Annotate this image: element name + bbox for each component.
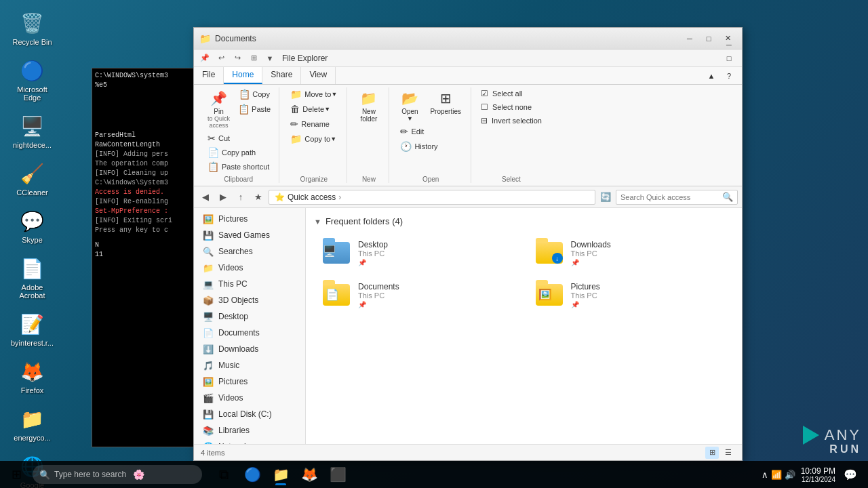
desktop-icon-recycle-bin[interactable]: 🗑️ Recycle Bin — [7, 7, 58, 49]
select-none-button[interactable]: ☐ Select none — [478, 101, 545, 113]
desktop-icon-word[interactable]: 📝 byinterest.r... — [7, 308, 58, 350]
pin-to-quick-button[interactable]: 📌 Pin to Quickaccess — [203, 87, 234, 131]
rename-button[interactable]: ✏ Rename — [286, 117, 341, 131]
delete-button[interactable]: 🗑 Delete ▼ — [286, 102, 341, 116]
edit-button[interactable]: ✏ Edit — [396, 125, 465, 138]
sidebar-item-pictures[interactable]: 🖼️ Pictures — [194, 211, 305, 227]
taskbar-search[interactable]: 🔍 Type here to search 🌸 — [33, 465, 202, 484]
invert-selection-button[interactable]: ⊟ Invert selection — [478, 115, 545, 127]
sidebar-item-downloads[interactable]: ⬇️ Downloads — [194, 341, 305, 357]
taskbar-firefox[interactable]: 🦊 — [296, 464, 323, 485]
network-tray-icon[interactable]: 📶 — [771, 470, 782, 480]
undo-btn[interactable]: ↩ — [214, 52, 228, 65]
taskbar-search-icon: 🔍 — [39, 470, 50, 480]
taskbar-edge[interactable]: 🔵 — [239, 464, 266, 485]
select-all-label: Select all — [492, 89, 523, 98]
taskbar-task-view[interactable]: ⧉ — [210, 464, 237, 485]
sidebar-item-music[interactable]: 🎵 Music — [194, 357, 305, 373]
tab-home[interactable]: Home — [224, 67, 262, 84]
word-icon: 📝 — [19, 310, 46, 338]
maximize-button[interactable]: □ — [700, 32, 717, 45]
sidebar-item-pictures2[interactable]: 🖼️ Pictures — [194, 373, 305, 390]
sidebar-item-videos[interactable]: 📁 Videos — [194, 260, 305, 276]
time-display[interactable]: 10:09 PM 12/13/2024 — [801, 466, 835, 483]
sidebar-item-this-pc[interactable]: 💻 This PC — [194, 276, 305, 292]
tray-expand-icon[interactable]: ∧ — [762, 470, 768, 480]
large-icons-view-button[interactable]: ⊞ — [705, 447, 719, 459]
delete-label: Delete — [302, 105, 324, 113]
tab-share[interactable]: Share — [262, 67, 301, 84]
up-button[interactable]: ↑ — [233, 190, 248, 205]
volume-tray-icon[interactable]: 🔊 — [785, 470, 795, 480]
fe-maximize-button[interactable]: □ — [720, 52, 738, 65]
properties-button[interactable]: ⊞ Properties — [426, 87, 465, 118]
search-box[interactable]: 🔍 — [616, 190, 738, 205]
ribbon-collapse-btn[interactable]: ▲ — [703, 69, 720, 83]
sidebar-item-local-disk[interactable]: 💾 Local Disk (C:) — [194, 406, 305, 422]
sidebar-item-searches[interactable]: 🔍 Searches — [194, 243, 305, 260]
folder-item-pictures[interactable]: 🖼️ Pictures This PC 📌 — [527, 277, 734, 313]
folder-item-downloads[interactable]: ↓ Downloads This PC 📌 — [527, 235, 734, 271]
paste-shortcut-button[interactable]: 📋 Paste shortcut — [203, 160, 273, 174]
move-to-label: Move to — [304, 90, 331, 98]
downloads-sidebar-label: Downloads — [218, 344, 258, 354]
desktop-icon-edge[interactable]: 🔵 Microsoft Edge — [7, 54, 58, 104]
cut-button[interactable]: ✂ Cut — [203, 131, 273, 145]
start-button[interactable]: ⊞ — [3, 464, 30, 485]
sidebar-item-libraries[interactable]: 📚 Libraries — [194, 422, 305, 439]
history-button[interactable]: 🕐 History — [396, 140, 465, 153]
copy-to-button[interactable]: 📁 Copy to ▼ — [286, 132, 341, 146]
taskbar-file-explorer[interactable]: 📁 — [267, 464, 294, 485]
clock-time: 10:09 PM — [801, 466, 835, 476]
saved-games-icon: 💾 — [202, 229, 214, 241]
copy-button[interactable]: 📋 Copy — [235, 87, 273, 101]
properties-quick-btn[interactable]: ⊞ — [247, 52, 260, 65]
redo-btn[interactable]: ↪ — [231, 52, 244, 65]
select-none-label: Select none — [492, 103, 532, 111]
terminal-window: C:\WINDOWS\system3 %e5 ParsedHtml RawCon… — [92, 68, 207, 447]
minimize-button[interactable]: ─ — [681, 32, 698, 45]
pin-icon: 📌 — [210, 90, 227, 106]
back-button[interactable]: ◀ — [198, 190, 213, 205]
move-to-icon: 📁 — [290, 89, 302, 100]
desktop-icon-skype[interactable]: 💬 Skype — [7, 205, 58, 247]
details-view-button[interactable]: ☰ — [722, 447, 735, 459]
taskbar-terminal[interactable]: ⬛ — [324, 464, 351, 485]
desktop-icon-ccleaner[interactable]: 🧹 CCleaner — [7, 157, 58, 199]
tab-file[interactable]: File — [194, 67, 224, 84]
search-input[interactable] — [620, 193, 719, 201]
desktop-icon-adobe[interactable]: 📄 Adobe Acrobat — [7, 252, 58, 302]
sidebar-item-documents[interactable]: 📄 Documents — [194, 325, 305, 341]
notification-button[interactable]: 💬 — [841, 465, 860, 484]
sidebar-item-videos2[interactable]: 🎬 Videos — [194, 390, 305, 406]
sidebar-item-desktop[interactable]: 🖥️ Desktop — [194, 308, 305, 325]
sidebar-item-3d-objects[interactable]: 📦 3D Objects — [194, 292, 305, 308]
pin-btn[interactable]: 📌 — [198, 52, 212, 65]
recycle-bin-icon: 🗑️ — [19, 9, 46, 37]
recycle-bin-label: Recycle Bin — [12, 38, 52, 46]
desktop-icon-firefox[interactable]: 🦊 Firefox — [7, 355, 58, 397]
expand-icon[interactable]: ▼ — [314, 218, 321, 226]
sidebar-item-network[interactable]: 🌐 Network — [194, 439, 305, 444]
sidebar-item-saved-games[interactable]: 💾 Saved Games — [194, 227, 305, 243]
section-title: Frequent folders (4) — [326, 216, 403, 226]
folder-item-desktop[interactable]: 🖥️ Desktop This PC 📌 — [314, 235, 521, 271]
open-button[interactable]: 📂 Open ▼ — [396, 87, 423, 125]
select-all-icon: ☑ — [481, 89, 488, 98]
paste-button[interactable]: 📋 Paste — [235, 102, 273, 116]
new-folder-button[interactable]: 📁 Newfolder — [355, 87, 382, 125]
address-path-display[interactable]: ⭐ Quick access › — [269, 190, 595, 205]
desktop-icon-energyco[interactable]: 📁 energyco... — [7, 403, 58, 445]
desktop-icon-nightdesk[interactable]: 🖥️ nightdece... — [7, 110, 58, 152]
tab-view[interactable]: View — [301, 67, 336, 84]
fe-minimize-button[interactable]: ─ — [720, 38, 738, 52]
forward-button[interactable]: ▶ — [216, 190, 231, 205]
copy-path-button[interactable]: 📄 Copy path — [203, 146, 273, 159]
select-all-button[interactable]: ☑ Select all — [478, 87, 545, 100]
ribbon-help-btn[interactable]: ? — [720, 69, 738, 83]
path-dropdown-button[interactable]: ★ — [251, 190, 266, 205]
move-to-button[interactable]: 📁 Move to ▼ — [286, 87, 341, 101]
refresh-button[interactable]: 🔄 — [598, 190, 613, 205]
folder-item-documents[interactable]: 📄 Documents This PC 📌 — [314, 277, 521, 313]
quick-dropdown-btn[interactable]: ▼ — [263, 52, 277, 65]
